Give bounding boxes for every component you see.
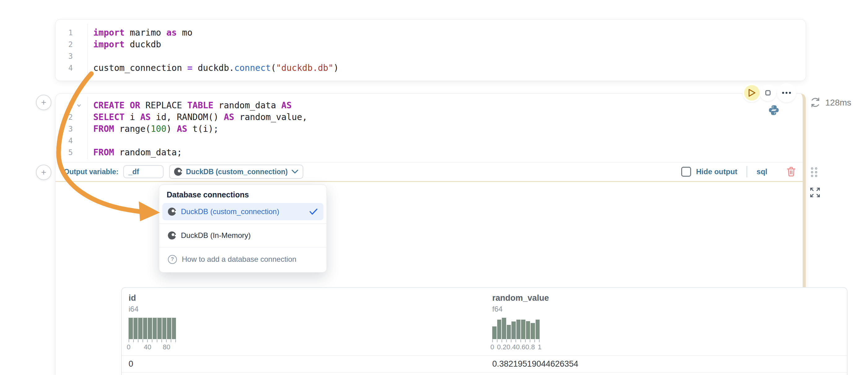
add-cell-below-button[interactable]: +: [36, 165, 52, 180]
histogram-bar: [531, 323, 535, 339]
histogram-bar: [497, 319, 501, 339]
stop-icon: [765, 90, 771, 96]
menu-item-label: DuckDB (In-Memory): [181, 231, 251, 240]
column-header-random-value[interactable]: random_value f64 00.20.40.60.81: [492, 293, 549, 351]
cell-runtime: 128ms: [825, 98, 851, 108]
hide-output-checkbox[interactable]: [681, 167, 691, 177]
add-cell-above-button[interactable]: +: [36, 95, 52, 110]
axis-label: 0.4: [506, 343, 516, 351]
results-table: id i64 04080 random_value f64 00.20.40.6…: [121, 287, 847, 375]
code-line: [93, 135, 798, 147]
expand-icon: [810, 187, 820, 198]
table-body: 00.3821951904462635410.67851412994999782…: [122, 356, 847, 375]
duckdb-icon: [168, 208, 176, 216]
plus-icon: +: [41, 98, 46, 107]
python-icon: [768, 105, 779, 116]
sql-cell-toolbar: Output variable: DuckDB (custom_connecti…: [56, 163, 803, 182]
column-name: random_value: [492, 293, 549, 303]
histogram-bar: [157, 318, 162, 339]
histogram-bar: [502, 318, 506, 339]
axis-label: 1: [538, 343, 541, 351]
run-cell-button[interactable]: [744, 85, 760, 101]
expand-cell-button[interactable]: [810, 187, 820, 198]
histogram-axis-labels: 00.20.40.60.81: [492, 343, 539, 351]
histogram-bar: [536, 319, 540, 339]
histogram-bars: [129, 318, 176, 339]
histogram-bar: [133, 318, 138, 339]
histogram-bars: [492, 318, 539, 339]
stop-cell-button[interactable]: [761, 86, 775, 100]
histogram-axis-labels: 04080: [129, 343, 176, 351]
output-variable-label: Output variable:: [64, 168, 118, 176]
code-line: SELECT i AS id, RANDOM() AS random_value…: [93, 111, 798, 123]
duckdb-icon: [174, 168, 182, 176]
python-language-badge[interactable]: [768, 105, 779, 116]
python-code-editor[interactable]: import marimo as moimport duckdbcustom_c…: [93, 20, 801, 74]
histogram-bar: [172, 318, 176, 339]
drag-handle[interactable]: [811, 167, 817, 177]
histogram-bar: [526, 321, 530, 339]
toolbar-right-group: Hide output sql: [681, 166, 796, 177]
menu-item-help[interactable]: ?How to add a database connection: [162, 251, 323, 268]
column-name: id: [129, 293, 176, 303]
histogram-bar: [512, 321, 516, 339]
line-number-gutter: 1234: [56, 20, 87, 74]
histogram-bar: [138, 318, 143, 339]
histogram-bar: [143, 318, 148, 339]
toolbar-divider: [747, 166, 747, 177]
menu-title: Database connections: [159, 185, 327, 199]
language-label[interactable]: sql: [756, 167, 767, 176]
histogram-bar: [517, 319, 521, 339]
code-line: CREATE OR REPLACE TABLE random_data AS: [93, 100, 798, 111]
menu-separator: [159, 224, 327, 224]
axis-label: 0.2: [497, 343, 506, 351]
histogram-bar: [162, 318, 167, 339]
histogram-bar: [129, 318, 133, 339]
axis-label: 0.6: [516, 343, 526, 351]
column-dtype: f64: [492, 305, 549, 313]
axis-label: 0: [490, 343, 494, 351]
table-row[interactable]: 00.38219519044626354: [122, 356, 847, 373]
line-number: 1: [56, 27, 87, 39]
cell-id: 0: [122, 359, 492, 369]
python-cell: 1234 import marimo as moimport duckdbcus…: [55, 19, 806, 81]
rerun-cell-button[interactable]: [810, 97, 820, 108]
cell-random-value: 0.38219519044626354: [492, 359, 578, 369]
help-icon: ?: [168, 255, 177, 264]
menu-item-connection-1[interactable]: DuckDB (In-Memory): [162, 227, 323, 244]
menu-separator: [159, 247, 327, 247]
connection-dropdown-button[interactable]: DuckDB (custom_connection): [169, 165, 303, 179]
histogram-bar: [153, 318, 157, 339]
random-value-histogram: 00.20.40.60.81: [492, 318, 539, 351]
axis-label: 40: [144, 343, 151, 351]
line-number-gutter: 12345: [56, 94, 87, 159]
output-variable-input[interactable]: [123, 165, 163, 178]
refresh-icon: [810, 97, 820, 108]
line-number: 3: [56, 50, 87, 62]
histogram-bar: [148, 318, 152, 339]
axis-label: 0.8: [525, 343, 535, 351]
histogram-bar: [521, 319, 525, 339]
sql-code-editor[interactable]: CREATE OR REPLACE TABLE random_data ASSE…: [93, 94, 798, 159]
connection-dropdown-label: DuckDB (custom_connection): [186, 168, 287, 176]
cell-more-actions-button[interactable]: [778, 85, 795, 101]
delete-cell-button[interactable]: [786, 166, 796, 177]
gutter-divider: [87, 97, 88, 159]
line-number: 3: [56, 123, 87, 135]
histogram-ticks: [129, 339, 176, 342]
play-icon: [748, 89, 756, 97]
code-line: import duckdb: [93, 39, 801, 50]
axis-label: 80: [163, 343, 170, 351]
table-row[interactable]: 10.6785141299499978: [122, 373, 847, 375]
column-header-id[interactable]: id i64 04080: [129, 293, 176, 351]
axis-label: 0: [127, 343, 130, 351]
menu-item-connection-0[interactable]: DuckDB (custom_connection): [162, 203, 323, 220]
code-line: FROM random_data;: [93, 147, 798, 159]
menu-item-label: How to add a database connection: [182, 255, 297, 264]
code-line: import marimo as mo: [93, 27, 801, 39]
menu-item-label: DuckDB (custom_connection): [181, 207, 279, 216]
marimo-notebook: 1234 import marimo as moimport duckdbcus…: [0, 0, 868, 375]
sql-code-area: 12345 CREATE OR REPLACE TABLE random_dat…: [56, 94, 803, 163]
histogram-bar: [507, 325, 511, 339]
fold-chevron-icon[interactable]: [76, 103, 82, 108]
